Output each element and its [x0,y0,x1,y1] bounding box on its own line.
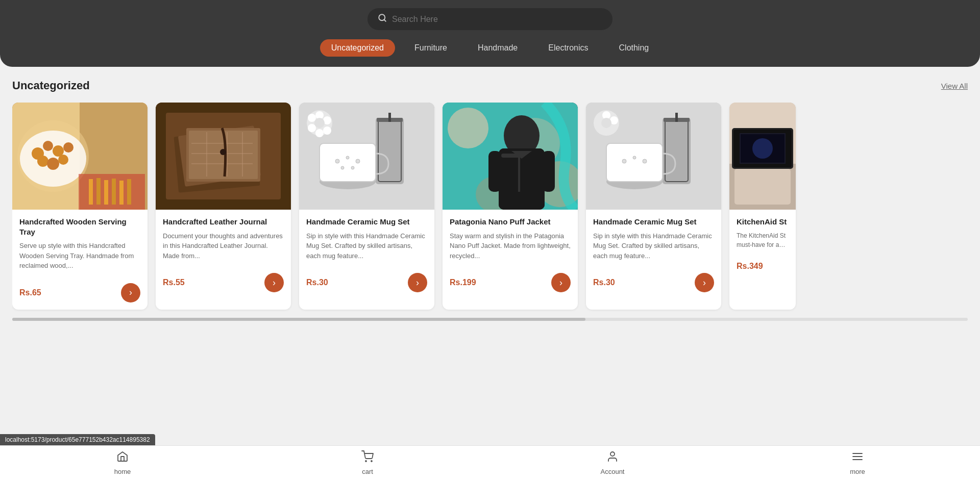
svg-point-11 [47,158,59,170]
category-nav: Uncategorized Furniture Handmade Electro… [0,39,980,57]
svg-point-54 [448,108,488,148]
product-card: KitchenAid St The KitchenAid St must-hav… [729,103,796,310]
product-card: Handcrafted Wooden Serving Tray Serve up… [12,103,148,310]
search-input[interactable] [392,15,602,24]
product-price: Rs.30 [306,278,328,287]
scrollbar-thumb[interactable] [12,318,585,321]
nav-tab-furniture[interactable]: Furniture [403,39,458,57]
svg-point-44 [341,166,344,169]
product-card: Handmade Ceramic Mug Set Sip in style wi… [586,103,721,310]
product-arrow-button[interactable]: › [695,273,714,292]
product-arrow-button[interactable]: › [551,273,571,292]
svg-point-42 [356,159,360,163]
product-body: Handcrafted Leather Journal Document you… [156,210,291,261]
product-body: KitchenAid St The KitchenAid St must-hav… [729,210,796,249]
product-price: Rs.199 [450,278,476,287]
product-desc: Sip in style with this Handmade Ceramic … [593,231,714,261]
product-body: Handmade Ceramic Mug Set Sip in style wi… [299,210,434,261]
product-name: Patagonia Nano Puff Jacket [450,217,571,227]
svg-point-52 [314,118,325,128]
svg-rect-19 [127,179,131,205]
product-image [729,103,796,210]
svg-point-50 [308,124,316,132]
product-arrow-button[interactable]: › [408,273,427,292]
svg-point-41 [346,156,349,159]
product-desc: Sip in style with this Handmade Ceramic … [306,231,427,261]
svg-rect-71 [606,143,663,182]
product-price: Rs.30 [593,278,615,287]
svg-point-78 [601,118,611,128]
horizontal-scrollbar[interactable] [12,318,968,321]
product-card: Handmade Ceramic Mug Set Sip in style wi… [299,103,434,310]
svg-point-86 [752,138,773,159]
svg-point-40 [335,159,339,163]
product-arrow-button[interactable]: › [264,273,284,292]
product-desc: Serve up style with this Handcrafted Woo… [19,241,140,271]
product-footer: Rs.199 › [443,268,578,299]
svg-point-48 [323,127,331,135]
nav-tab-handmade[interactable]: Handmade [467,39,529,57]
svg-point-10 [37,156,48,167]
product-image [12,103,148,210]
product-name: Handmade Ceramic Mug Set [593,217,714,227]
product-body: Patagonia Nano Puff Jacket Stay warm and… [443,210,578,261]
product-price: Rs.55 [163,278,185,287]
svg-point-49 [315,129,324,137]
products-scroll[interactable]: Handcrafted Wooden Serving Tray Serve up… [12,103,968,314]
svg-point-32 [220,149,226,155]
nav-tab-clothing[interactable]: Clothing [608,39,660,57]
svg-point-7 [43,141,53,151]
nav-tab-uncategorized[interactable]: Uncategorized [320,39,395,57]
product-footer: Rs.30 › [586,268,721,299]
product-desc: Document your thoughts and adventures in… [163,231,284,261]
svg-point-73 [633,156,636,159]
product-image [299,103,434,210]
product-body: Handcrafted Wooden Serving Tray Serve up… [12,210,148,271]
section-header: Uncategorized View All [12,79,968,92]
svg-point-43 [351,166,354,169]
product-price: Rs.349 [737,262,763,271]
svg-point-9 [63,142,74,153]
product-name: Handmade Ceramic Mug Set [306,217,427,227]
view-all-link[interactable]: View All [941,82,968,90]
svg-rect-18 [119,181,124,205]
svg-rect-16 [104,180,108,205]
svg-rect-63 [488,151,501,192]
svg-rect-69 [675,113,678,122]
product-image [156,103,291,210]
product-name: Handcrafted Wooden Serving Tray [19,217,140,237]
main-content: Uncategorized View All [0,67,980,321]
svg-rect-81 [734,169,791,205]
product-card: Handcrafted Leather Journal Document you… [156,103,291,310]
product-price: Rs.65 [19,288,41,297]
product-name: Handcrafted Leather Journal [163,217,284,227]
search-icon [378,13,387,25]
product-footer: Rs.349 [729,257,796,278]
svg-rect-17 [112,179,116,205]
product-footer: Rs.65 › [12,278,148,310]
app-header: Uncategorized Furniture Handmade Electro… [0,0,980,67]
svg-line-1 [384,19,385,21]
product-footer: Rs.30 › [299,268,434,299]
svg-point-12 [58,155,68,165]
svg-point-51 [308,114,316,122]
product-desc: The KitchenAid St must-have for an... Wi… [737,231,789,249]
svg-rect-39 [320,143,376,182]
product-image [443,103,578,210]
section-title: Uncategorized [12,79,90,92]
product-name: KitchenAid St [737,217,789,227]
product-arrow-button[interactable]: › [121,283,140,302]
product-image [586,103,721,210]
search-bar[interactable] [368,8,612,30]
svg-point-72 [622,159,626,163]
svg-rect-37 [388,113,391,122]
svg-point-74 [643,159,647,163]
svg-rect-14 [89,179,93,205]
nav-tab-electronics[interactable]: Electronics [537,39,599,57]
product-card: Patagonia Nano Puff Jacket Stay warm and… [443,103,578,310]
product-footer: Rs.55 › [156,268,291,299]
product-body: Handmade Ceramic Mug Set Sip in style wi… [586,210,721,261]
svg-rect-15 [96,178,101,205]
svg-rect-64 [542,151,555,192]
product-desc: Stay warm and stylish in the Patagonia N… [450,231,571,261]
